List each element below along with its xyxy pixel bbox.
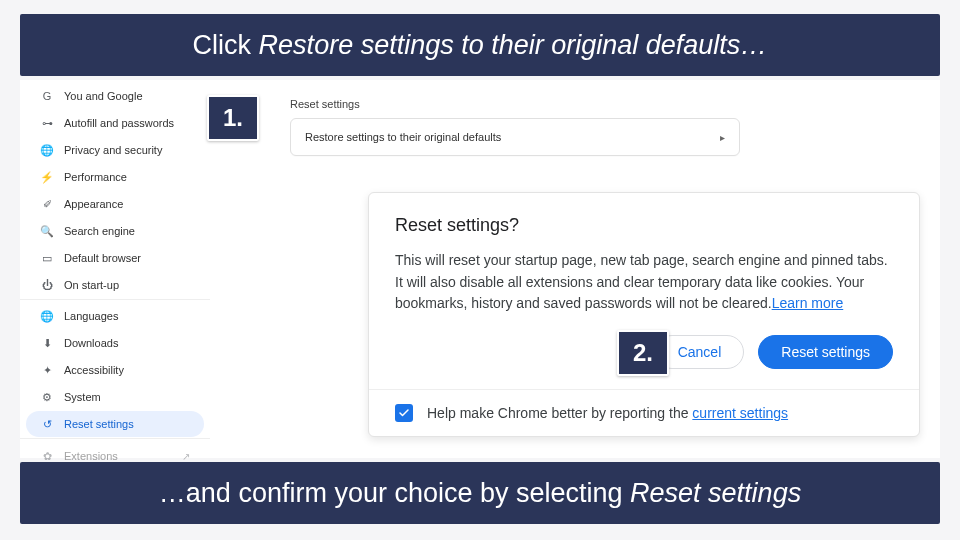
search-engine-icon: 🔍: [40, 224, 54, 238]
you-and-google-icon: G: [40, 89, 54, 103]
sidebar-item-label: Extensions: [64, 450, 118, 462]
sidebar-item-search-engine[interactable]: 🔍Search engine: [26, 218, 204, 244]
reset-settings-button[interactable]: Reset settings: [758, 335, 893, 369]
reset-settings-dialog: Reset settings? This will reset your sta…: [368, 192, 920, 437]
sidebar-item-default-browser[interactable]: ▭Default browser: [26, 245, 204, 271]
appearance-icon: ✐: [40, 197, 54, 211]
sidebar-group-1: GYou and Google⊶Autofill and passwords🌐P…: [20, 80, 210, 300]
sidebar-item-accessibility[interactable]: ✦Accessibility: [26, 357, 204, 383]
sidebar-item-label: Privacy and security: [64, 144, 162, 156]
learn-more-link[interactable]: Learn more: [772, 295, 844, 311]
dialog-text: This will reset your startup page, new t…: [395, 250, 893, 315]
accessibility-icon: ✦: [40, 363, 54, 377]
sidebar-item-label: Accessibility: [64, 364, 124, 376]
step-badge-1: 1.: [207, 95, 259, 141]
help-text: Help make Chrome better by reporting the…: [427, 405, 788, 421]
reset-settings-icon: ↺: [40, 417, 54, 431]
sidebar-item-system[interactable]: ⚙System: [26, 384, 204, 410]
downloads-icon: ⬇: [40, 336, 54, 350]
instruction-banner-top: Click Restore settings to their original…: [20, 14, 940, 76]
section-title-reset: Reset settings: [290, 98, 940, 110]
sidebar-item-languages[interactable]: 🌐Languages: [26, 303, 204, 329]
sidebar-item-label: Autofill and passwords: [64, 117, 174, 129]
sidebar-item-label: Performance: [64, 171, 127, 183]
system-icon: ⚙: [40, 390, 54, 404]
sidebar-item-label: Languages: [64, 310, 118, 322]
restore-defaults-row[interactable]: Restore settings to their original defau…: [290, 118, 740, 156]
extension-icon: ✿: [40, 449, 54, 463]
current-settings-link[interactable]: current settings: [692, 405, 788, 421]
sidebar-item-appearance[interactable]: ✐Appearance: [26, 191, 204, 217]
sidebar-item-reset-settings[interactable]: ↺Reset settings: [26, 411, 204, 437]
settings-sidebar: GYou and Google⊶Autofill and passwords🌐P…: [20, 80, 210, 458]
default-browser-icon: ▭: [40, 251, 54, 265]
sidebar-item-performance[interactable]: ⚡Performance: [26, 164, 204, 190]
sidebar-item-downloads[interactable]: ⬇Downloads: [26, 330, 204, 356]
instruction-banner-bottom: …and confirm your choice by selecting Re…: [20, 462, 940, 524]
sidebar-item-label: System: [64, 391, 101, 403]
sidebar-item-autofill-and-passwords[interactable]: ⊶Autofill and passwords: [26, 110, 204, 136]
sidebar-item-label: Downloads: [64, 337, 118, 349]
sidebar-group-2: 🌐Languages⬇Downloads✦Accessibility⚙Syste…: [20, 300, 210, 439]
banner-bottom-prefix: …and confirm your choice by selecting: [159, 478, 630, 508]
autofill-and-passwords-icon: ⊶: [40, 116, 54, 130]
check-icon: [398, 407, 410, 419]
performance-icon: ⚡: [40, 170, 54, 184]
dialog-title: Reset settings?: [395, 215, 893, 236]
sidebar-item-label: Appearance: [64, 198, 123, 210]
banner-top-italic: Restore settings to their original defau…: [259, 30, 768, 60]
chevron-right-icon: ▸: [720, 132, 725, 143]
sidebar-item-label: On start-up: [64, 279, 119, 291]
report-settings-checkbox[interactable]: [395, 404, 413, 422]
sidebar-item-label: Reset settings: [64, 418, 134, 430]
sidebar-item-on-start-up[interactable]: ⏻On start-up: [26, 272, 204, 298]
privacy-and-security-icon: 🌐: [40, 143, 54, 157]
on-start-up-icon: ⏻: [40, 278, 54, 292]
sidebar-item-privacy-and-security[interactable]: 🌐Privacy and security: [26, 137, 204, 163]
sidebar-item-you-and-google[interactable]: GYou and Google: [26, 83, 204, 109]
sidebar-item-label: Default browser: [64, 252, 141, 264]
restore-defaults-label: Restore settings to their original defau…: [305, 131, 501, 143]
banner-top-prefix: Click: [193, 30, 259, 60]
sidebar-item-label: You and Google: [64, 90, 143, 102]
sidebar-item-label: Search engine: [64, 225, 135, 237]
banner-bottom-italic: Reset settings: [630, 478, 801, 508]
languages-icon: 🌐: [40, 309, 54, 323]
step-badge-2: 2.: [617, 330, 669, 376]
external-link-icon: ↗: [182, 451, 190, 462]
